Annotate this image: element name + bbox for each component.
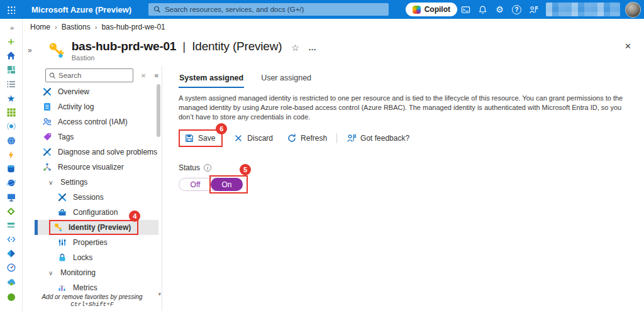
app-services-icon[interactable]: [5, 121, 18, 133]
feedback-person-icon: [347, 133, 357, 143]
tab-system-assigned[interactable]: System assigned: [179, 70, 244, 88]
menu-group-settings[interactable]: ∨ Settings: [35, 175, 158, 190]
toggle-on-button[interactable]: On: [211, 178, 243, 191]
menu-item-resource-visualizer[interactable]: Resource visualizer: [35, 160, 158, 175]
menu-item-access-control[interactable]: Access control (IAM): [35, 114, 158, 129]
overview-icon: [42, 87, 52, 97]
global-search-input[interactable]: [165, 6, 384, 13]
menu-item-properties[interactable]: Properties: [35, 235, 158, 250]
page-title-section: Identity (Preview): [192, 40, 282, 53]
menu-search[interactable]: [45, 68, 133, 82]
kubernetes-icon[interactable]: [5, 290, 18, 302]
annotation-badge-4: 4: [129, 210, 140, 222]
page-title: bas-hub-prd-we-01 | Identity (Preview): [72, 40, 282, 53]
menu-item-diagnose[interactable]: Diagnose and solve problems: [35, 145, 158, 160]
tab-user-assigned[interactable]: User assigned: [260, 70, 312, 88]
page-title-resource: bas-hub-prd-we-01: [72, 40, 177, 53]
menu-search-dismiss-icon[interactable]: ✕: [141, 72, 146, 79]
menu-item-locks[interactable]: Locks: [35, 250, 158, 265]
monitor-gauge-icon[interactable]: [5, 262, 18, 274]
cosmos-db-icon[interactable]: [5, 177, 18, 189]
menu-item-identity[interactable]: Identity (Preview) 4: [35, 220, 158, 235]
globe-icon[interactable]: [5, 134, 18, 146]
virtual-machine-icon[interactable]: [5, 191, 18, 203]
menu-collapse-icon[interactable]: «: [154, 71, 158, 80]
breadcrumb: Home › Bastions › bas-hub-prd-we-01: [23, 19, 644, 35]
copilot-button[interactable]: Copilot: [406, 3, 457, 16]
resource-type-label: Bastion: [72, 54, 282, 62]
function-app-icon[interactable]: [5, 149, 18, 161]
bastion-key-icon: [47, 41, 66, 60]
api-code-icon[interactable]: [5, 234, 18, 246]
close-icon[interactable]: ✕: [625, 41, 631, 51]
favorites-star-icon[interactable]: ★: [5, 92, 18, 104]
backup-cloud-icon[interactable]: [5, 276, 18, 288]
top-bar: Microsoft Azure (Preview) Copilot ⚙ ?: [0, 0, 644, 19]
global-search[interactable]: [148, 3, 389, 16]
discard-button[interactable]: Discard: [233, 133, 273, 143]
waffle-icon: [7, 6, 15, 14]
create-resource-icon[interactable]: +: [5, 36, 18, 48]
got-feedback-button[interactable]: Got feedback?: [347, 133, 409, 143]
redacted-user-info[interactable]: [546, 3, 620, 16]
menu-item-tags[interactable]: Tags: [35, 129, 158, 145]
favorites-shortcut: Ctrl+Shift+F: [70, 301, 113, 308]
cloud-shell-icon[interactable]: [457, 1, 474, 18]
all-services-icon[interactable]: [5, 78, 18, 90]
favorite-star-icon[interactable]: ☆: [291, 43, 299, 53]
annotation-box-save: Save 6: [179, 129, 223, 147]
status-toggle: Off On 5: [179, 178, 243, 191]
menu-item-sessions[interactable]: Sessions: [35, 190, 158, 205]
resource-menu: ✕ « Overview Activity log Access control: [23, 65, 162, 311]
annotation-badge-5: 5: [240, 164, 251, 175]
menu-scroll-down-icon[interactable]: ▾: [158, 291, 161, 297]
identity-panel: System assigned User assigned A system a…: [162, 65, 644, 311]
refresh-button[interactable]: Refresh: [287, 133, 327, 143]
resource-groups-icon[interactable]: [5, 106, 18, 118]
breadcrumb-separator-icon: ›: [55, 23, 57, 31]
menu-item-overview[interactable]: Overview: [35, 84, 158, 99]
blade-expand-icon[interactable]: »: [28, 46, 32, 55]
toggle-off-button[interactable]: Off: [179, 178, 211, 191]
discard-x-icon: [233, 133, 243, 143]
user-avatar[interactable]: [625, 2, 641, 18]
more-options-icon[interactable]: …: [308, 43, 317, 52]
tags-icon: [42, 132, 52, 142]
menu-search-input[interactable]: [58, 72, 130, 79]
menu-item-activity-log[interactable]: Activity log: [35, 99, 158, 114]
rail-expand-icon[interactable]: »: [6, 21, 18, 33]
toolbar-divider: [336, 133, 337, 143]
blade-header: » bas-hub-prd-we-01 | Identity (Preview)…: [23, 35, 644, 65]
identity-description: A system assigned managed identity is re…: [179, 94, 628, 122]
save-icon: [184, 133, 194, 143]
copilot-label: Copilot: [425, 5, 450, 14]
menu-scrollbar-thumb[interactable]: [157, 84, 160, 137]
chevron-down-icon: ∨: [48, 179, 55, 186]
portal-title[interactable]: Microsoft Azure (Preview): [31, 5, 131, 14]
status-label: Status: [179, 163, 200, 172]
portal-menu-icon[interactable]: [0, 0, 21, 19]
help-icon[interactable]: ?: [508, 1, 525, 18]
load-balancer-icon[interactable]: [5, 219, 18, 231]
save-button[interactable]: Save: [184, 133, 215, 143]
activity-log-icon: [42, 102, 52, 112]
breadcrumb-home[interactable]: Home: [30, 23, 50, 31]
notifications-bell-icon[interactable]: [474, 1, 491, 18]
breadcrumb-bastions[interactable]: Bastions: [62, 23, 91, 31]
settings-gear-icon[interactable]: ⚙: [491, 1, 508, 18]
home-icon[interactable]: [5, 50, 18, 62]
info-icon[interactable]: i: [204, 164, 211, 172]
favorites-hint: Add or remove favorites by pressing Ctrl…: [23, 292, 162, 311]
feedback-icon[interactable]: [525, 1, 542, 18]
access-control-icon: [42, 117, 52, 127]
resource-visualizer-icon: [42, 162, 52, 172]
command-bar: Save 6 Discard Refresh: [179, 129, 628, 147]
annotation-box-identity: Identity (Preview) 4: [49, 220, 138, 235]
sql-database-icon[interactable]: [5, 163, 18, 175]
entra-id-icon[interactable]: [5, 248, 18, 259]
dashboard-icon[interactable]: [5, 64, 18, 76]
blade: Home › Bastions › bas-hub-prd-we-01 » ba…: [23, 19, 644, 311]
chevron-down-icon: ∨: [48, 270, 55, 276]
menu-group-monitoring[interactable]: ∨ Monitoring: [35, 265, 158, 280]
devops-icon[interactable]: [5, 205, 18, 217]
